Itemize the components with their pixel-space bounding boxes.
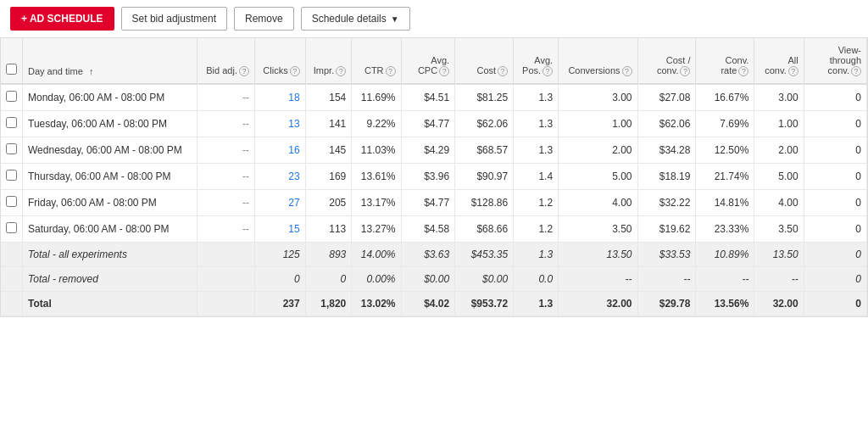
schedule-details-button[interactable]: Schedule details ▼ [301, 7, 410, 31]
table-cell: $34.28 [637, 137, 696, 164]
table-cell: 1.00 [559, 111, 637, 137]
table-cell: $0.00 [401, 267, 455, 292]
table-cell: 18 [254, 84, 305, 111]
ad-schedule-button[interactable]: + AD SCHEDULE [10, 7, 114, 31]
col-cost-conv: Cost /conv.? [637, 38, 696, 84]
table-cell: 13.50 [559, 243, 637, 267]
row-checkbox[interactable] [6, 222, 17, 233]
table-cell: -- [559, 267, 637, 292]
row-checkbox-cell[interactable] [1, 190, 23, 216]
table-cell: -- [198, 190, 255, 216]
table-cell [198, 292, 255, 316]
col-conversions: Conversions? [559, 38, 637, 84]
row-checkbox[interactable] [6, 91, 17, 102]
table-cell: 0 [804, 216, 866, 243]
cost-help-icon[interactable]: ? [498, 66, 508, 76]
table-cell: 14.81% [696, 190, 754, 216]
table-cell: $68.66 [455, 216, 514, 243]
row-checkbox[interactable] [6, 117, 17, 128]
table-cell: 1,820 [305, 292, 352, 316]
conv-rate-help-icon[interactable]: ? [738, 66, 748, 76]
clicks-help-icon[interactable]: ? [290, 66, 300, 76]
table-cell: 5.00 [559, 164, 637, 190]
table-cell: 1.2 [514, 216, 559, 243]
table-cell: 4.00 [754, 190, 804, 216]
row-checkbox-cell[interactable] [1, 111, 23, 137]
cost-conv-help-icon[interactable]: ? [680, 66, 690, 76]
table-cell: -- [198, 216, 255, 243]
chevron-down-icon: ▼ [391, 14, 399, 24]
col-view-through-conv: View-throughconv.? [804, 38, 866, 84]
row-checkbox-cell[interactable] [1, 137, 23, 164]
table-cell: 21.74% [696, 164, 754, 190]
table-cell: -- [637, 267, 696, 292]
table-cell: $62.06 [637, 111, 696, 137]
table-cell: 14.00% [352, 243, 401, 267]
row-checkbox-cell[interactable] [1, 84, 23, 111]
table-cell: 11.69% [352, 84, 401, 111]
table-cell: $4.02 [401, 292, 455, 316]
table-cell: 13.50 [754, 243, 804, 267]
row-checkbox-cell[interactable] [1, 216, 23, 243]
table-cell: $3.96 [401, 164, 455, 190]
table-cell: 0 [254, 267, 305, 292]
table-cell: 0 [305, 267, 352, 292]
row-checkbox[interactable] [6, 143, 17, 154]
table-cell: $128.86 [455, 190, 514, 216]
summary-checkbox-cell [1, 267, 23, 292]
sort-up-icon[interactable]: ↑ [89, 66, 94, 76]
table-cell: 27 [254, 190, 305, 216]
table-cell: 0 [804, 243, 866, 267]
table-cell: -- [754, 267, 804, 292]
col-avg-pos: Avg.Pos.? [514, 38, 559, 84]
table-cell: 23 [254, 164, 305, 190]
col-conv-rate: Conv.rate? [696, 38, 754, 84]
table-row: Monday, 06:00 AM - 08:00 PM--1815411.69%… [1, 84, 867, 111]
table-cell: $90.97 [455, 164, 514, 190]
table-cell: 32.00 [559, 292, 637, 316]
table-cell: 5.00 [754, 164, 804, 190]
table-cell: 893 [305, 243, 352, 267]
table-cell: 15 [254, 216, 305, 243]
table-cell: 237 [254, 292, 305, 316]
row-checkbox[interactable] [6, 196, 17, 207]
view-through-conv-help-icon[interactable]: ? [851, 66, 861, 76]
table-cell: $4.77 [401, 190, 455, 216]
table-cell: 13.56% [696, 292, 754, 316]
table-cell: $4.51 [401, 84, 455, 111]
table-cell: $4.77 [401, 111, 455, 137]
table-cell: $4.58 [401, 216, 455, 243]
table-cell: 0.0 [514, 267, 559, 292]
ctr-help-icon[interactable]: ? [386, 66, 396, 76]
table-cell: -- [198, 111, 255, 137]
table-cell: 1.3 [514, 84, 559, 111]
row-checkbox[interactable] [6, 170, 17, 181]
table-row: Thursday, 06:00 AM - 08:00 PM--2316913.6… [1, 164, 867, 190]
col-cost: Cost? [455, 38, 514, 84]
col-day-time: Day and time ↑ [23, 38, 198, 84]
avg-cpc-help-icon[interactable]: ? [439, 66, 449, 76]
conversions-help-icon[interactable]: ? [622, 66, 632, 76]
bid-adj-help-icon[interactable]: ? [239, 66, 249, 76]
table-cell: 0 [804, 137, 866, 164]
avg-pos-help-icon[interactable]: ? [542, 66, 553, 76]
table-cell: 0 [804, 292, 866, 316]
table-cell: 3.00 [559, 84, 637, 111]
table-cell: 1.4 [514, 164, 559, 190]
table-cell: $27.08 [637, 84, 696, 111]
table-cell: -- [198, 137, 255, 164]
col-all-conv: Allconv.? [754, 38, 804, 84]
impr-help-icon[interactable]: ? [336, 66, 346, 76]
table-cell: -- [696, 267, 754, 292]
row-checkbox-cell[interactable] [1, 164, 23, 190]
summary-label: Total [23, 292, 198, 316]
table-cell: $0.00 [455, 267, 514, 292]
remove-button[interactable]: Remove [234, 7, 294, 31]
table-cell: $29.78 [637, 292, 696, 316]
select-all-header[interactable] [1, 38, 23, 84]
summary-row: Total - all experiments12589314.00%$3.63… [1, 243, 867, 267]
set-bid-adjustment-button[interactable]: Set bid adjustment [121, 7, 227, 31]
select-all-checkbox[interactable] [6, 64, 17, 75]
all-conv-help-icon[interactable]: ? [788, 66, 798, 76]
col-avg-cpc: Avg.CPC? [401, 38, 455, 84]
